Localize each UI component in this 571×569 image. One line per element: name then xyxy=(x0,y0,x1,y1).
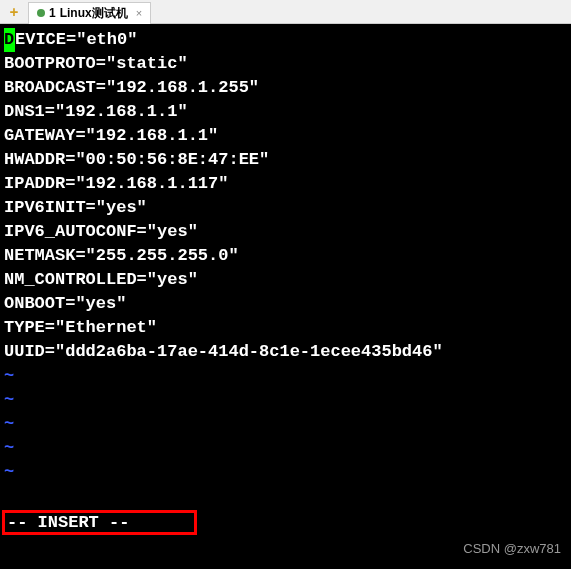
line-text: IPV6INIT="yes" xyxy=(4,196,147,220)
editor-line: NM_CONTROLLED="yes" xyxy=(4,268,567,292)
editor-line: BOOTPROTO="static" xyxy=(4,52,567,76)
line-text: EVICE="eth0" xyxy=(15,28,137,52)
tilde-marker: ~ xyxy=(4,436,14,460)
vim-mode-status: -- INSERT -- xyxy=(7,511,129,535)
tilde-marker: ~ xyxy=(4,388,14,412)
line-text: UUID="ddd2a6ba-17ae-414d-8c1e-1ecee435bd… xyxy=(4,340,443,364)
editor-line: NETMASK="255.255.255.0" xyxy=(4,244,567,268)
tab-bar: + 1 Linux测试机 × xyxy=(0,0,571,24)
line-text: HWADDR="00:50:56:8E:47:EE" xyxy=(4,148,269,172)
line-text: IPV6_AUTOCONF="yes" xyxy=(4,220,198,244)
line-text: TYPE="Ethernet" xyxy=(4,316,157,340)
editor-line: ONBOOT="yes" xyxy=(4,292,567,316)
terminal-editor[interactable]: DEVICE="eth0" BOOTPROTO="static" BROADCA… xyxy=(0,24,571,569)
close-icon[interactable]: × xyxy=(136,7,142,19)
editor-line: BROADCAST="192.168.1.255" xyxy=(4,76,567,100)
line-text: DNS1="192.168.1.1" xyxy=(4,100,188,124)
editor-line: IPV6_AUTOCONF="yes" xyxy=(4,220,567,244)
watermark: CSDN @zxw781 xyxy=(463,537,561,561)
line-text: BOOTPROTO="static" xyxy=(4,52,188,76)
plus-icon: + xyxy=(10,4,18,20)
status-dot-icon xyxy=(37,9,45,17)
editor-line: HWADDR="00:50:56:8E:47:EE" xyxy=(4,148,567,172)
line-text: NETMASK="255.255.255.0" xyxy=(4,244,239,268)
tilde-marker: ~ xyxy=(4,412,14,436)
line-text: IPADDR="192.168.1.117" xyxy=(4,172,228,196)
tab-active[interactable]: 1 Linux测试机 × xyxy=(28,2,151,24)
line-text: NM_CONTROLLED="yes" xyxy=(4,268,198,292)
editor-line: UUID="ddd2a6ba-17ae-414d-8c1e-1ecee435bd… xyxy=(4,340,567,364)
empty-line: ~ xyxy=(4,412,567,436)
cursor: D xyxy=(4,28,15,52)
tab-label: Linux测试机 xyxy=(60,5,128,22)
add-tab-button[interactable]: + xyxy=(4,2,24,22)
tilde-marker: ~ xyxy=(4,364,14,388)
line-text: GATEWAY="192.168.1.1" xyxy=(4,124,218,148)
tilde-marker: ~ xyxy=(4,460,14,484)
status-highlight: -- INSERT -- xyxy=(2,510,197,535)
editor-line: IPV6INIT="yes" xyxy=(4,196,567,220)
editor-line: DNS1="192.168.1.1" xyxy=(4,100,567,124)
editor-line: GATEWAY="192.168.1.1" xyxy=(4,124,567,148)
tab-index: 1 xyxy=(49,6,56,20)
editor-line: DEVICE="eth0" xyxy=(4,28,567,52)
empty-line: ~ xyxy=(4,436,567,460)
empty-line: ~ xyxy=(4,388,567,412)
line-text: ONBOOT="yes" xyxy=(4,292,126,316)
editor-line: IPADDR="192.168.1.117" xyxy=(4,172,567,196)
editor-line: TYPE="Ethernet" xyxy=(4,316,567,340)
empty-line: ~ xyxy=(4,364,567,388)
line-text: BROADCAST="192.168.1.255" xyxy=(4,76,259,100)
empty-line: ~ xyxy=(4,460,567,484)
